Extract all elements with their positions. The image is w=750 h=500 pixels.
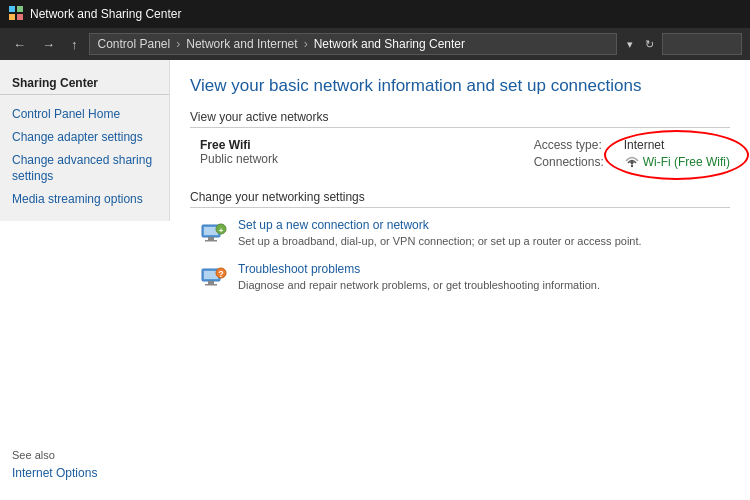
breadcrumb-control-panel[interactable]: Control Panel <box>98 37 171 51</box>
svg-rect-3 <box>17 14 23 20</box>
setup-connection-icon: + <box>200 219 228 247</box>
sidebar-link-media-streaming[interactable]: Media streaming options <box>0 188 169 211</box>
svg-rect-14 <box>205 284 217 286</box>
sidebar-bottom: See also Internet Options <box>0 441 170 490</box>
up-button[interactable]: ↑ <box>66 35 83 54</box>
breadcrumb-sharing-center: Network and Sharing Center <box>314 37 465 51</box>
access-type-label: Access type: <box>534 138 624 152</box>
network-type: Public network <box>200 152 278 166</box>
access-type-row: Access type: Internet <box>534 138 730 152</box>
network-right: Access type: Internet Connections: Wi-Fi… <box>534 138 730 170</box>
svg-rect-13 <box>208 281 214 284</box>
sidebar-link-change-adapter[interactable]: Change adapter settings <box>0 126 169 149</box>
troubleshoot-icon: ? <box>200 263 228 291</box>
wifi-signal-icon <box>624 154 640 170</box>
action-item-troubleshoot: ? Troubleshoot problems Diagnose and rep… <box>190 262 730 292</box>
connections-label: Connections: <box>534 155 624 169</box>
sidebar-title: Sharing Center <box>0 70 169 95</box>
titlebar-text: Network and Sharing Center <box>30 7 181 21</box>
sidebar-link-internet-options[interactable]: Internet Options <box>12 465 158 482</box>
refresh-button[interactable]: ↻ <box>641 36 658 53</box>
content-area: View your basic network information and … <box>170 60 750 500</box>
action-text-setup: Set up a new connection or network Set u… <box>238 218 642 248</box>
wifi-connection-link[interactable]: Wi-Fi (Free Wifi) <box>643 155 730 169</box>
networking-section: Change your networking settings + Set up… <box>190 190 730 292</box>
active-networks: Free Wifi Public network Access type: In… <box>190 138 730 170</box>
svg-rect-0 <box>9 6 15 12</box>
troubleshoot-desc: Diagnose and repair network problems, or… <box>238 279 600 291</box>
svg-text:+: + <box>219 226 224 235</box>
address-dropdown-button[interactable]: ▾ <box>623 36 637 53</box>
page-title: View your basic network information and … <box>190 76 730 96</box>
search-input[interactable] <box>662 33 742 55</box>
network-left: Free Wifi Public network <box>200 138 278 166</box>
networking-header: Change your networking settings <box>190 190 730 208</box>
connections-row: Connections: Wi-Fi (Free Wifi) <box>534 154 730 170</box>
titlebar-icon <box>8 5 24 24</box>
network-name: Free Wifi <box>200 138 278 152</box>
see-also-label: See also <box>12 449 158 461</box>
main-layout: Sharing Center Control Panel Home Change… <box>0 60 750 500</box>
svg-text:?: ? <box>218 269 224 279</box>
title-bar: Network and Sharing Center <box>0 0 750 28</box>
breadcrumb-network-internet[interactable]: Network and Internet <box>186 37 297 51</box>
action-text-troubleshoot: Troubleshoot problems Diagnose and repai… <box>238 262 600 292</box>
address-bar: ← → ↑ Control Panel › Network and Intern… <box>0 28 750 60</box>
active-networks-header: View your active networks <box>190 110 730 128</box>
sidebar-wrapper: Sharing Center Control Panel Home Change… <box>0 60 170 500</box>
back-button[interactable]: ← <box>8 35 31 54</box>
access-type-value: Internet <box>624 138 665 152</box>
sidebar: Sharing Center Control Panel Home Change… <box>0 60 170 221</box>
sidebar-link-control-panel-home[interactable]: Control Panel Home <box>0 103 169 126</box>
address-field[interactable]: Control Panel › Network and Internet › N… <box>89 33 618 55</box>
svg-point-4 <box>630 165 632 167</box>
svg-rect-1 <box>17 6 23 12</box>
forward-button[interactable]: → <box>37 35 60 54</box>
setup-connection-desc: Set up a broadband, dial-up, or VPN conn… <box>238 235 642 247</box>
svg-rect-8 <box>205 240 217 242</box>
svg-rect-2 <box>9 14 15 20</box>
sidebar-link-change-advanced[interactable]: Change advanced sharingsettings <box>0 149 169 189</box>
svg-rect-7 <box>208 237 214 240</box>
setup-connection-link[interactable]: Set up a new connection or network <box>238 218 642 232</box>
action-item-setup: + Set up a new connection or network Set… <box>190 218 730 248</box>
troubleshoot-link[interactable]: Troubleshoot problems <box>238 262 600 276</box>
